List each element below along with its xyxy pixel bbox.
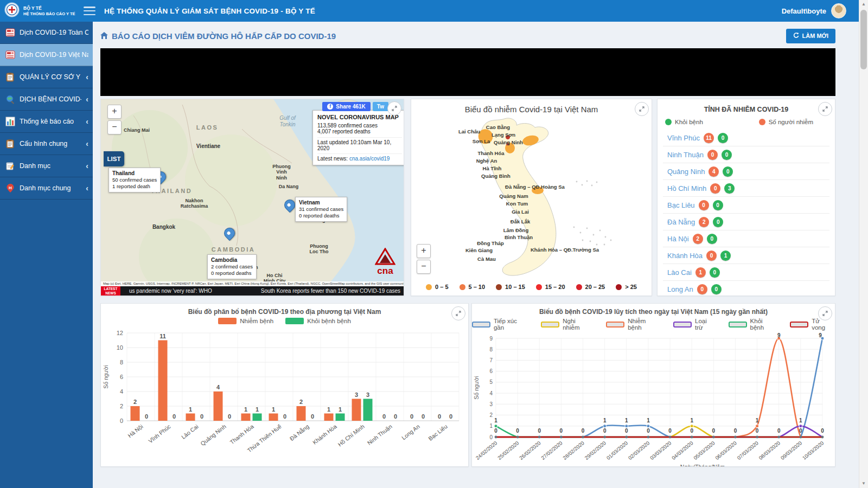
- sidebar-item-danh-m-c[interactable]: Danh mục‹: [0, 155, 93, 177]
- infected-badge: 0: [706, 251, 717, 261]
- news-ticker: LATEST NEWS us pandemic now 'very real':…: [101, 286, 404, 296]
- info-box-stat: 113,589 confirmed cases: [317, 123, 402, 129]
- province-label-b-nh-thu-n: Bình Thuận: [505, 234, 533, 240]
- scrollbar-thumb[interactable]: [860, 10, 867, 69]
- sidebar-item-d-ch-covid-19-to-n-c-u[interactable]: Dịch COVID-19 Toàn Cầu: [0, 22, 93, 44]
- legend-label: 15 – 20: [545, 284, 565, 290]
- map-label-da-nang: Da Nang: [279, 184, 299, 189]
- province-link-v-nh-ph-c[interactable]: Vĩnh Phúc: [667, 134, 700, 142]
- recovered-badge: 0: [713, 200, 723, 210]
- svg-text:1: 1: [756, 418, 759, 423]
- sidebar-item-label: DỊCH BỆNH COVID-19: [20, 95, 81, 103]
- legend-label: Nhiễm bệnh: [628, 318, 661, 331]
- recovered-badge: 0: [710, 267, 720, 278]
- expand-line-chart-button[interactable]: [818, 306, 832, 320]
- svg-text:0: 0: [582, 428, 585, 434]
- table-row: Hà Nội20: [663, 230, 829, 247]
- legend-swatch-icon: [673, 322, 692, 328]
- svg-text:27/02/2020: 27/02/2020: [540, 440, 563, 461]
- svg-text:Ngày/Tháng/Năm: Ngày/Tháng/Năm: [680, 464, 725, 467]
- svg-text:26/02/2020: 26/02/2020: [518, 440, 541, 461]
- province-link-ninh-thu-n[interactable]: Ninh Thuận: [667, 151, 704, 159]
- svg-text:0: 0: [494, 428, 497, 434]
- svg-text:Ninh Thuận: Ninh Thuận: [366, 423, 393, 446]
- svg-text:0: 0: [311, 413, 314, 420]
- cna-news-link[interactable]: cna.asia/covid19: [349, 156, 390, 162]
- sidebar-item-danh-m-c-chung[interactable]: HDanh mục chung‹: [0, 177, 93, 200]
- sidebar-item-label: Danh mục chung: [20, 184, 71, 192]
- svg-text:0: 0: [438, 413, 441, 420]
- twitter-share-button[interactable]: Tw: [373, 102, 388, 111]
- cna-map-panel: Chiang MaiLAOSVientianeTHAILANDNakhon Ra…: [100, 99, 404, 296]
- page-scrollbar[interactable]: ▲ ▼: [859, 0, 868, 488]
- svg-text:8: 8: [489, 346, 493, 352]
- legend-item: 5 – 10: [459, 284, 486, 290]
- svg-text:01/03/2020: 01/03/2020: [605, 440, 629, 461]
- svg-text:Lào Cai: Lào Cai: [180, 423, 200, 440]
- coronavirus-info-box: NOVEL CORONAVIRUS MAP 113,589 confirmed …: [312, 110, 404, 165]
- table-row: Vĩnh Phúc110: [663, 130, 829, 146]
- latest-news-badge: LATEST NEWS: [101, 286, 120, 296]
- svg-text:05/03/2020: 05/03/2020: [692, 440, 716, 461]
- province-link-h-n-i[interactable]: Hà Nội: [667, 235, 689, 243]
- svg-text:0: 0: [228, 413, 231, 420]
- province-link-b-c-li-u[interactable]: Bạc Liêu: [667, 201, 695, 209]
- expand-map-button[interactable]: [387, 101, 401, 115]
- sidebar-item-d-ch-b-nh-covid-19[interactable]: DỊCH BỆNH COVID-19‹: [0, 88, 93, 111]
- province-link-l-o-cai[interactable]: Lào Cai: [667, 268, 692, 277]
- legend-item: Khỏi bệnh: [665, 119, 703, 125]
- hamburger-menu-icon[interactable]: [84, 7, 95, 15]
- infected-badge: 4: [709, 166, 719, 177]
- sidebar-item-qu-n-l-c-s-y-t[interactable]: QUẢN LÝ CƠ SỞ Y TẾ‹: [0, 66, 93, 88]
- legend-swatch-icon: [606, 322, 624, 328]
- expand-bar-chart-button[interactable]: [451, 306, 465, 320]
- recovered-badge: 0: [722, 150, 732, 160]
- province-label-ng-th-p: Đồng Tháp: [477, 240, 504, 246]
- zoom-out-button[interactable]: −: [417, 260, 431, 274]
- sidebar-item-c-u-h-nh-chung[interactable]: Cấu hình chung‹: [0, 133, 93, 155]
- svg-text:29/02/2020: 29/02/2020: [583, 440, 607, 461]
- facebook-icon: f: [327, 104, 333, 110]
- scroll-down-arrow-icon[interactable]: ▼: [859, 479, 868, 488]
- sidebar-item-d-ch-covid-19-vi-t-nam[interactable]: Dịch COVID-19 Việt Nam: [0, 44, 93, 66]
- svg-text:5: 5: [489, 379, 493, 385]
- legend-label: Tiếp xúc gần: [494, 318, 529, 331]
- legend-label: Khỏi bệnh bệnh: [307, 318, 351, 324]
- expand-provinces-button[interactable]: [818, 102, 832, 116]
- scroll-up-arrow-icon[interactable]: ▲: [859, 0, 868, 9]
- province-link-h-ch-minh[interactable]: Hồ Chí Minh: [667, 184, 706, 192]
- table-row: Long An00: [663, 280, 829, 296]
- video-player[interactable]: [100, 48, 835, 96]
- provinces-legend: Khỏi bệnhSố người nhiễm: [665, 119, 827, 125]
- legend-item: Nhiễm bệnh: [606, 318, 661, 331]
- svg-text:Số người: Số người: [473, 376, 480, 400]
- zoom-in-button[interactable]: +: [107, 105, 122, 119]
- zoom-in-button[interactable]: +: [417, 244, 431, 258]
- refresh-button[interactable]: LÀM MỚI: [786, 29, 836, 43]
- province-link-long-an[interactable]: Long An: [667, 285, 693, 293]
- sidebar-item-th-ng-k-b-o-c-o[interactable]: Thống kê báo cáo‹: [0, 111, 93, 133]
- svg-text:0: 0: [449, 413, 452, 420]
- zoom-out-button[interactable]: −: [107, 120, 122, 134]
- vietnam-map[interactable]: Cao BằngLai ChâuLạng SơnSơn LaQuảng Ninh…: [411, 115, 652, 278]
- province-link-kh-nh-h-a[interactable]: Khánh Hòa: [667, 252, 703, 260]
- svg-text:0: 0: [538, 428, 541, 434]
- legend-label: 0 – 5: [435, 284, 448, 290]
- facebook-share-button[interactable]: f Share 461K: [322, 102, 370, 111]
- user-menu[interactable]: Default\boyte: [782, 3, 846, 18]
- svg-text:1: 1: [272, 406, 275, 413]
- province-link-qu-ng-ninh[interactable]: Quảng Ninh: [667, 168, 705, 176]
- svg-text:24/02/2020: 24/02/2020: [475, 440, 498, 461]
- svg-text:9: 9: [489, 336, 493, 342]
- svg-text:9: 9: [819, 332, 822, 338]
- map-label-bangkok: Bangkok: [152, 224, 175, 230]
- svg-text:0: 0: [647, 428, 650, 434]
- province-link-n-ng[interactable]: Đà Nẵng: [667, 218, 695, 226]
- svg-text:3: 3: [489, 401, 493, 407]
- province-label-s-n-la: Sơn La: [473, 138, 490, 144]
- svg-text:Hà Nội: Hà Nội: [126, 423, 144, 439]
- expand-vietnam-map-button[interactable]: [635, 102, 649, 116]
- svg-text:4: 4: [120, 388, 123, 395]
- list-tab-button[interactable]: LIST: [104, 151, 124, 166]
- table-row: Quảng Ninh40: [663, 163, 829, 179]
